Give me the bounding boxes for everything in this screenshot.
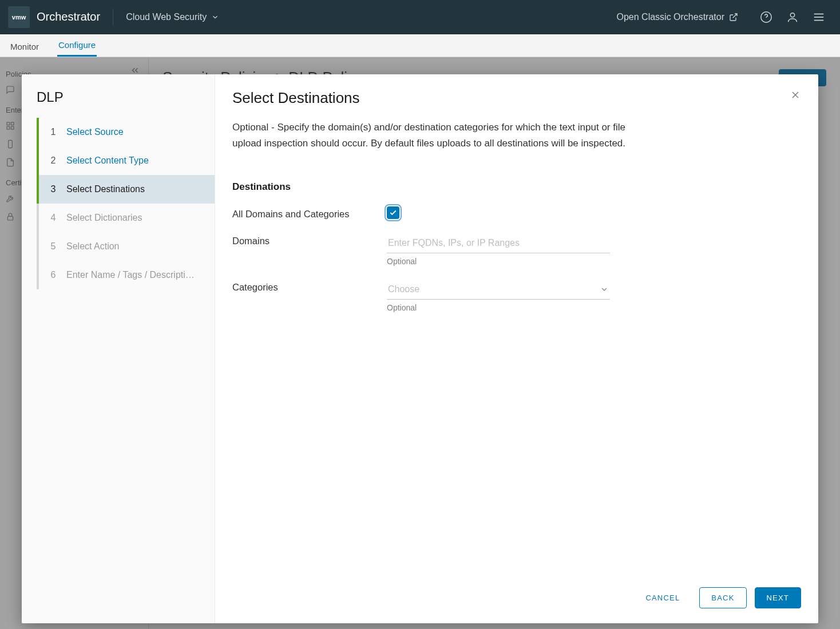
context-dropdown-label: Cloud Web Security xyxy=(126,12,207,22)
back-button[interactable]: BACK xyxy=(699,587,746,608)
wizard-step-1[interactable]: 1 Select Source xyxy=(37,118,215,146)
divider xyxy=(113,9,113,26)
all-domains-checkbox[interactable] xyxy=(387,206,399,219)
step-label: Select Dictionaries xyxy=(66,213,142,223)
chevron-down-icon xyxy=(211,13,219,21)
panel-title: Select Destinations xyxy=(232,89,801,107)
user-icon xyxy=(786,11,799,23)
open-classic-label: Open Classic Orchestrator xyxy=(616,12,724,22)
step-label: Enter Name / Tags / Descripti… xyxy=(66,270,195,280)
wizard-step-6[interactable]: 6 Enter Name / Tags / Descripti… xyxy=(37,261,215,289)
context-dropdown[interactable]: Cloud Web Security xyxy=(126,12,219,22)
svg-line-0 xyxy=(733,14,737,18)
wizard-sidebar: DLP 1 Select Source 2 Select Content Typ… xyxy=(22,74,215,623)
top-bar: vmw Orchestrator Cloud Web Security Open… xyxy=(0,0,840,34)
domains-helper: Optional xyxy=(387,257,610,266)
wizard-panel: Select Destinations Optional - Specify t… xyxy=(215,74,818,623)
wizard-step-5[interactable]: 5 Select Action xyxy=(37,232,215,261)
step-label: Select Action xyxy=(66,241,120,252)
open-classic-link[interactable]: Open Classic Orchestrator xyxy=(616,12,738,22)
close-icon xyxy=(790,89,801,101)
brand-logo: vmw xyxy=(8,6,30,28)
step-number: 6 xyxy=(49,270,57,280)
step-number: 5 xyxy=(49,241,57,252)
step-number: 2 xyxy=(49,156,57,166)
all-domains-label: All Domains and Categories xyxy=(232,206,387,220)
help-button[interactable] xyxy=(760,11,772,23)
wizard-title: DLP xyxy=(22,89,215,118)
step-label: Select Content Type xyxy=(66,156,149,166)
tab-monitor[interactable]: Monitor xyxy=(9,36,40,57)
hamburger-icon xyxy=(813,11,825,23)
destinations-heading: Destinations xyxy=(232,181,801,193)
step-number: 4 xyxy=(49,213,57,223)
help-icon xyxy=(760,11,772,23)
sub-nav: Monitor Configure xyxy=(0,34,840,57)
wizard-step-4[interactable]: 4 Select Dictionaries xyxy=(37,204,215,232)
domains-label: Domains xyxy=(232,233,387,246)
step-label: Select Destinations xyxy=(66,184,145,194)
close-modal-button[interactable] xyxy=(790,89,801,101)
step-number: 1 xyxy=(49,127,57,137)
wizard-step-3[interactable]: 3 Select Destinations xyxy=(37,175,215,204)
domains-input[interactable] xyxy=(387,233,610,253)
dlp-wizard-modal: DLP 1 Select Source 2 Select Content Typ… xyxy=(22,74,818,623)
categories-select-placeholder: Choose xyxy=(388,284,419,294)
menu-button[interactable] xyxy=(813,11,825,23)
external-link-icon xyxy=(729,13,738,22)
step-number: 3 xyxy=(49,184,57,194)
next-button[interactable]: NEXT xyxy=(755,587,801,608)
check-icon xyxy=(389,209,397,217)
user-button[interactable] xyxy=(786,11,799,23)
wizard-step-2[interactable]: 2 Select Content Type xyxy=(37,146,215,175)
categories-select[interactable]: Choose xyxy=(387,280,610,300)
wizard-step-list: 1 Select Source 2 Select Content Type 3 … xyxy=(37,118,215,289)
chevron-down-icon xyxy=(600,285,609,294)
tab-configure[interactable]: Configure xyxy=(57,34,97,57)
wizard-footer: CANCEL BACK NEXT xyxy=(215,575,818,623)
categories-helper: Optional xyxy=(387,303,610,312)
svg-point-3 xyxy=(790,13,794,17)
panel-description: Optional - Specify the domain(s) and/or … xyxy=(232,120,656,152)
brand-title: Orchestrator xyxy=(37,10,100,23)
cancel-button[interactable]: CANCEL xyxy=(634,587,691,608)
categories-label: Categories xyxy=(232,280,387,293)
step-label: Select Source xyxy=(66,127,124,137)
